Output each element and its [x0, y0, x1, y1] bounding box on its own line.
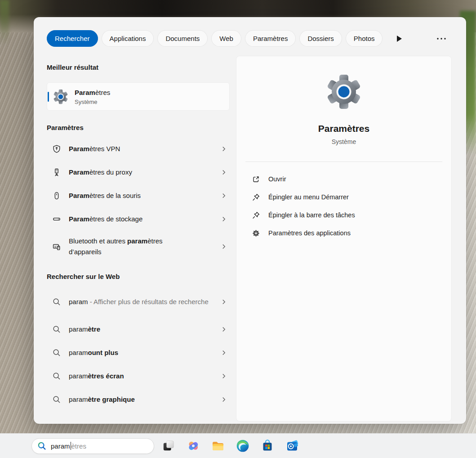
preview-action-list: Ouvrir Épingler au menu Démarrer: [236, 166, 451, 242]
gear-outline-icon: [252, 229, 260, 238]
best-result-text: Paramètres Système: [75, 88, 110, 105]
windows-start-button[interactable]: [10, 439, 23, 453]
list-item-parametres-souris[interactable]: Paramètres de la souris: [47, 184, 230, 207]
divider: [245, 162, 442, 162]
preview-column: Paramètres Système Ouvrir: [236, 56, 452, 422]
chevron-right-icon: [220, 298, 228, 306]
action-label: Ouvrir: [268, 175, 286, 183]
action-label: Paramètres des applications: [268, 229, 351, 237]
settings-app-icon-large: [326, 74, 362, 110]
web-item-parametre-graphique[interactable]: paramètre graphique: [47, 388, 230, 411]
action-ouvrir[interactable]: Ouvrir: [252, 170, 451, 188]
preview-subtitle: Système: [236, 138, 451, 145]
settings-result-list: Paramètres VPN Paramètres du proxy: [47, 137, 230, 262]
tab-parametres[interactable]: Paramètres: [245, 30, 296, 47]
taskbar-app-icons: [162, 439, 299, 453]
search-filter-tabs: Rechercher Applications Documents Web Pa…: [34, 17, 466, 47]
list-item-label: param - Afficher plus de résultats de re…: [69, 296, 209, 307]
list-item-label: Paramètres du proxy: [69, 167, 220, 178]
list-item-parametres-proxy[interactable]: Paramètres du proxy: [47, 161, 230, 184]
search-icon: [52, 372, 61, 381]
search-icon: [37, 441, 46, 450]
list-item-label: paramètre graphique: [69, 394, 220, 405]
devices-icon: [52, 242, 61, 251]
web-item-parametre[interactable]: paramètre: [47, 318, 230, 341]
search-suggestion-text: ètres: [71, 442, 86, 450]
tab-dossiers[interactable]: Dossiers: [299, 30, 342, 47]
wallpaper-grass-corner: [0, 0, 9, 45]
web-item-parametres-ecran[interactable]: paramètres écran: [47, 364, 230, 388]
pin-icon: [252, 193, 260, 202]
list-item-label: Paramètres VPN: [69, 144, 220, 154]
search-icon: [52, 348, 61, 357]
chevron-right-icon: [220, 168, 228, 176]
list-item-label: paramètre: [69, 324, 220, 335]
list-item-label: Paramètres de stockage: [69, 214, 220, 225]
best-result-item-parametres[interactable]: Paramètres Système: [47, 82, 230, 111]
tab-documents[interactable]: Documents: [157, 30, 208, 47]
action-label: Épingler au menu Démarrer: [268, 193, 349, 201]
search-icon: [52, 395, 61, 404]
text-caret: [71, 442, 71, 450]
best-result-title: Paramètres: [75, 88, 110, 97]
open-external-icon: [252, 175, 260, 184]
chevron-right-icon: [220, 192, 228, 200]
taskbar: param ètres: [0, 433, 476, 458]
chevron-right-icon: [220, 349, 228, 357]
list-item-label: paramètres écran: [69, 371, 220, 382]
outlook-icon[interactable]: [285, 439, 299, 453]
list-item-label: Bluetooth et autres paramètres d’apparei…: [69, 236, 181, 258]
search-flyout-panel: Rechercher Applications Documents Web Pa…: [34, 17, 466, 424]
list-item-parametres-stockage[interactable]: Paramètres de stockage: [47, 207, 230, 231]
chevron-right-icon: [220, 215, 228, 223]
vpn-shield-icon: [52, 144, 61, 153]
mouse-icon: [52, 191, 61, 200]
storage-drive-icon: [52, 215, 61, 224]
chevron-right-icon: [220, 372, 228, 380]
chevron-right-icon: [220, 145, 228, 153]
task-view-icon[interactable]: [162, 439, 175, 453]
action-epingler-barre-taches[interactable]: Épingler à la barre des tâches: [252, 206, 451, 224]
tab-web[interactable]: Web: [211, 30, 241, 47]
tabs-overflow-play-icon[interactable]: [393, 33, 405, 45]
results-column: Meilleur résultat: [47, 47, 230, 422]
chevron-right-icon: [220, 242, 228, 251]
microsoft-store-icon[interactable]: [261, 439, 274, 453]
action-label: Épingler à la barre des tâches: [268, 211, 355, 219]
list-item-label: paramount plus: [69, 347, 220, 358]
chevron-right-icon: [220, 395, 228, 404]
tab-photos[interactable]: Photos: [346, 30, 383, 47]
tab-applications[interactable]: Applications: [102, 30, 154, 47]
edge-icon[interactable]: [236, 439, 249, 453]
pin-icon: [252, 211, 260, 220]
taskbar-search-input[interactable]: param ètres: [31, 438, 154, 454]
web-search-section-header: Rechercher sur le Web: [47, 272, 230, 281]
tab-rechercher[interactable]: Rechercher: [47, 30, 98, 47]
chevron-right-icon: [220, 325, 228, 333]
web-item-param-more-results[interactable]: param - Afficher plus de résultats de re…: [47, 286, 230, 318]
more-options-ellipsis-icon[interactable]: [435, 33, 448, 45]
settings-app-icon: [53, 89, 68, 104]
settings-section-header: Paramètres: [47, 123, 230, 132]
search-typed-text: param: [51, 442, 70, 450]
copilot-icon[interactable]: [187, 439, 200, 453]
action-parametres-applications[interactable]: Paramètres des applications: [252, 224, 451, 242]
best-result-subtitle: Système: [75, 99, 110, 105]
file-explorer-icon[interactable]: [211, 439, 225, 453]
list-item-parametres-vpn[interactable]: Paramètres VPN: [47, 137, 230, 161]
web-result-list: param - Afficher plus de résultats de re…: [47, 286, 230, 411]
list-item-label: Paramètres de la souris: [69, 190, 220, 201]
action-epingler-demarrer[interactable]: Épingler au menu Démarrer: [252, 188, 451, 206]
search-icon: [52, 297, 61, 306]
search-icon: [52, 325, 61, 334]
list-item-bluetooth-appareils[interactable]: Bluetooth et autres paramètres d’apparei…: [47, 231, 230, 262]
preview-title: Paramètres: [236, 123, 451, 134]
web-item-paramount-plus[interactable]: paramount plus: [47, 341, 230, 364]
search-results-content: Meilleur résultat: [34, 47, 466, 422]
preview-card: Paramètres Système Ouvrir: [236, 56, 452, 422]
proxy-server-icon: [52, 168, 61, 177]
best-result-header: Meilleur résultat: [47, 63, 230, 72]
